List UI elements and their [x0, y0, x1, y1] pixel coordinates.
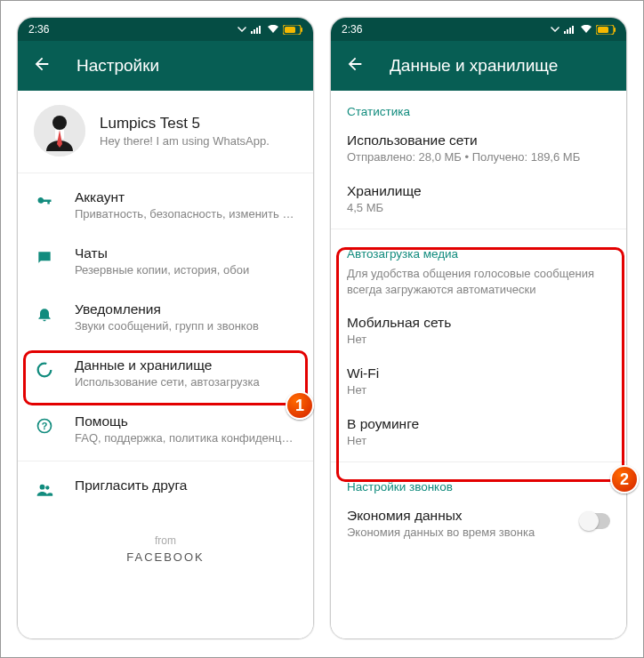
row-storage[interactable]: Хранилище 4,5 МБ [331, 174, 626, 225]
status-bar: 2:36 [18, 18, 313, 41]
phone-settings: 2:36 Настройки [17, 17, 314, 639]
setting-sub: Использование сети, автозагрузка [75, 375, 297, 389]
switch-toggle[interactable] [580, 513, 610, 529]
svg-rect-18 [572, 26, 574, 34]
setting-chats[interactable]: Чаты Резервные копии, история, обои [18, 233, 313, 289]
data-usage-icon [34, 359, 55, 381]
page-title: Данные и хранилище [390, 56, 558, 76]
setting-invite[interactable]: Пригласить друга [18, 465, 313, 513]
row-title: Хранилище [347, 183, 610, 199]
setting-sub: FAQ, поддержка, политика конфиденциальн.… [75, 431, 297, 445]
svg-rect-2 [256, 28, 258, 34]
row-mobile[interactable]: Мобильная сеть Нет [331, 306, 626, 357]
row-sub: Экономия данных во время звонка [347, 526, 580, 539]
row-title: В роуминге [347, 416, 610, 432]
setting-sub: Приватность, безопасность, изменить номе… [75, 207, 297, 221]
setting-title: Данные и хранилище [75, 357, 297, 373]
setting-title: Уведомления [75, 301, 297, 317]
svg-point-13 [40, 485, 45, 490]
setting-notifications[interactable]: Уведомления Звуки сообщений, групп и зво… [18, 289, 313, 345]
row-network-usage[interactable]: Использование сети Отправлено: 28,0 МБ •… [331, 124, 626, 174]
setting-title: Аккаунт [75, 189, 297, 205]
setting-account[interactable]: Аккаунт Приватность, безопасность, измен… [18, 177, 313, 233]
svg-rect-1 [254, 29, 255, 34]
people-icon [34, 479, 55, 501]
data-storage-content: Статистика Использование сети Отправлено… [331, 91, 626, 638]
row-title: Экономия данных [347, 508, 580, 524]
chat-icon [34, 247, 55, 269]
svg-rect-0 [251, 31, 253, 34]
svg-point-8 [52, 116, 67, 130]
phone-data-storage: 2:36 Данные и хранилище Статистика Испол… [330, 17, 627, 639]
section-calls: Настройки звонков [331, 466, 626, 499]
back-icon[interactable] [345, 54, 365, 77]
svg-point-14 [45, 485, 49, 489]
status-icons [550, 25, 616, 35]
status-time: 2:36 [28, 23, 49, 36]
section-autoload: Автозагрузка медиа [331, 233, 626, 266]
status-bar: 2:36 [331, 18, 626, 41]
profile-name: Lumpics Test 5 [100, 115, 270, 132]
setting-title: Чаты [75, 245, 297, 261]
profile-row[interactable]: Lumpics Test 5 Hey there! I am using Wha… [18, 91, 313, 173]
svg-rect-6 [301, 28, 302, 32]
svg-rect-21 [614, 28, 616, 32]
svg-rect-5 [285, 27, 295, 33]
settings-content: Lumpics Test 5 Hey there! I am using Wha… [18, 91, 313, 638]
row-sub: Отправлено: 28,0 МБ • Получено: 189,6 МБ [347, 150, 610, 164]
profile-status: Hey there! I am using WhatsApp. [100, 134, 270, 148]
row-title: Мобильная сеть [347, 315, 610, 331]
row-data-saver[interactable]: Экономия данных Экономия данных во время… [331, 499, 626, 550]
svg-rect-16 [567, 29, 568, 34]
page-title: Настройки [76, 56, 159, 76]
back-icon[interactable] [32, 54, 52, 77]
row-title: Wi-Fi [347, 365, 610, 381]
from-label: from [18, 534, 313, 547]
svg-rect-15 [564, 31, 566, 34]
svg-rect-20 [598, 27, 608, 33]
setting-sub: Резервные копии, история, обои [75, 263, 297, 277]
status-time: 2:36 [342, 23, 362, 36]
help-icon: ? [34, 415, 55, 437]
app-bar: Настройки [18, 41, 313, 91]
row-wifi[interactable]: Wi-Fi Нет [331, 357, 626, 407]
status-icons [237, 25, 302, 35]
row-sub: 4,5 МБ [347, 201, 610, 214]
app-bar: Данные и хранилище [331, 41, 626, 91]
setting-help[interactable]: ? Помощь FAQ, поддержка, политика конфид… [18, 401, 313, 457]
section-stats: Статистика [331, 91, 626, 124]
setting-sub: Звуки сообщений, групп и звонков [75, 319, 297, 333]
avatar [34, 105, 85, 156]
svg-point-10 [38, 364, 52, 377]
row-sub: Нет [347, 434, 610, 447]
key-icon [34, 191, 55, 213]
setting-title: Помощь [75, 413, 297, 429]
bell-icon [34, 303, 55, 325]
setting-title: Пригласить друга [75, 477, 297, 494]
facebook-label: FACEBOOK [18, 550, 313, 564]
row-title: Использование сети [347, 132, 610, 148]
row-roaming[interactable]: В роуминге Нет [331, 407, 626, 458]
row-sub: Нет [347, 333, 610, 346]
setting-data-storage[interactable]: Данные и хранилище Использование сети, а… [18, 345, 313, 401]
svg-rect-17 [569, 28, 571, 34]
autoload-desc: Для удобства общения голосовые сообщения… [331, 266, 626, 306]
row-sub: Нет [347, 383, 610, 397]
svg-text:?: ? [42, 421, 48, 431]
footer-branding: from FACEBOOK [18, 534, 313, 564]
svg-rect-3 [259, 26, 261, 34]
